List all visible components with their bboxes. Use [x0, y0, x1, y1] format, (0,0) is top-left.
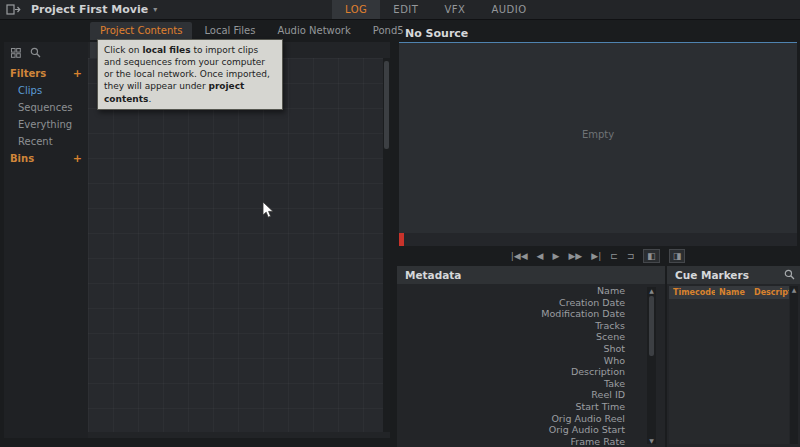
transport-controls: |◀◀ ◀ ▶ ▶▶ ▶| ⊏ ⊐ ◧ ◨ — [399, 246, 797, 266]
source-title: No Source — [405, 27, 468, 40]
mouse-cursor — [262, 201, 274, 223]
add-bin-button[interactable]: + — [73, 154, 82, 164]
metadata-title: Metadata — [405, 269, 461, 281]
metadata-field-label: Orig Audio Reel — [397, 413, 627, 425]
metadata-field-label: Take — [397, 378, 627, 390]
metadata-field-label: Description — [397, 366, 627, 378]
filters-section-label: Filters — [10, 68, 46, 79]
metadata-field-label: Modification Date — [397, 308, 627, 320]
sidebar-item-clips[interactable]: Clips — [4, 82, 88, 99]
bin-scrollbar-thumb[interactable] — [384, 61, 389, 149]
metadata-field-label: Tracks — [397, 320, 627, 332]
metadata-scrollbar[interactable]: ▲ ▼ — [647, 287, 656, 444]
search-icon[interactable] — [30, 47, 41, 58]
exit-icon — [6, 4, 21, 15]
metadata-field-list: Name Creation Date Modification Date Tra… — [397, 285, 627, 447]
tab-local-files[interactable]: Local Files — [194, 22, 265, 40]
bin-scrollbar[interactable] — [383, 58, 390, 432]
metadata-field-label: Who — [397, 355, 627, 367]
project-title: Project First Movie — [31, 3, 148, 16]
cue-column-name[interactable]: Name — [715, 288, 750, 297]
sidebar-item-recent[interactable]: Recent — [4, 133, 88, 150]
metadata-field-label: Reel ID — [397, 389, 627, 401]
tooltip-text: . — [148, 94, 151, 104]
cue-table-header: Timecode Name Description — [669, 286, 789, 299]
fast-forward-icon[interactable]: ▶▶ — [568, 251, 582, 261]
cue-search-icon[interactable] — [784, 269, 795, 280]
metadata-field-label: Orig Audio Start — [397, 424, 627, 436]
app-window: Project First Movie ▾ LOG EDIT VFX AUDIO… — [0, 0, 800, 447]
filter-sidebar: Filters + Clips Sequences Everything Rec… — [4, 42, 88, 438]
tooltip-text: Click on — [104, 45, 142, 55]
scroll-up-icon[interactable]: ▲ — [647, 287, 656, 294]
mark-in-icon[interactable]: ⊏ — [610, 251, 618, 261]
room-tabs: LOG EDIT VFX AUDIO — [332, 0, 540, 19]
metadata-field-label: Scene — [397, 331, 627, 343]
metadata-field-label: Name — [397, 285, 627, 297]
scroll-up-icon[interactable]: ▲ — [790, 286, 798, 293]
viewer-empty-label: Empty — [582, 129, 614, 140]
tile-view-icon[interactable] — [11, 48, 21, 58]
insert-edit-button[interactable]: ◧ — [643, 249, 660, 263]
add-filter-button[interactable]: + — [73, 69, 82, 79]
clip-grid[interactable] — [88, 58, 383, 432]
metadata-scrollbar-thumb[interactable] — [649, 296, 654, 356]
bins-section-header: Bins + — [4, 150, 88, 167]
playhead-marker[interactable] — [399, 233, 404, 246]
mark-out-icon[interactable]: ⊐ — [627, 251, 635, 261]
play-icon[interactable]: ▶ — [552, 251, 559, 261]
content-tabs: Project Contents Local Files Audio Netwo… — [90, 22, 414, 40]
cue-markers-title: Cue Markers — [675, 269, 749, 281]
metadata-field-label: Creation Date — [397, 297, 627, 309]
viewer-timeline-strip[interactable] — [399, 233, 797, 246]
import-hint-tooltip: Click on local files to import clips and… — [97, 39, 283, 110]
goto-start-icon[interactable]: |◀◀ — [511, 251, 528, 261]
metadata-field-label: Frame Rate — [397, 436, 627, 447]
tab-audio[interactable]: AUDIO — [478, 0, 539, 19]
project-menu-caret-icon[interactable]: ▾ — [153, 5, 157, 14]
filters-section-header: Filters + — [4, 65, 88, 82]
replace-edit-button[interactable]: ◨ — [669, 249, 686, 263]
tooltip-bold-local-files: local files — [142, 45, 190, 55]
source-viewer[interactable]: Empty — [399, 43, 797, 233]
sidebar-toolbar — [4, 42, 88, 65]
exit-project-button[interactable] — [6, 4, 21, 15]
metadata-field-label: Start Time — [397, 401, 627, 413]
goto-end-icon[interactable]: ▶| — [591, 251, 601, 261]
cue-column-timecode[interactable]: Timecode — [669, 288, 715, 297]
play-reverse-icon[interactable]: ◀ — [537, 251, 544, 261]
cue-markers-panel: Cue Markers Timecode Name Description ▲ — [667, 266, 800, 447]
metadata-panel-header: Metadata — [397, 266, 665, 284]
cue-scrollbar[interactable]: ▲ — [790, 286, 798, 444]
tab-project-contents[interactable]: Project Contents — [90, 22, 192, 40]
sidebar-item-sequences[interactable]: Sequences — [4, 99, 88, 116]
tab-log[interactable]: LOG — [332, 0, 380, 19]
bins-section-label: Bins — [10, 153, 34, 164]
tab-audio-network[interactable]: Audio Network — [267, 22, 360, 40]
tab-edit[interactable]: EDIT — [380, 0, 431, 19]
tab-vfx[interactable]: VFX — [431, 0, 478, 19]
sidebar-item-everything[interactable]: Everything — [4, 116, 88, 133]
cue-column-description[interactable]: Description — [750, 288, 789, 297]
cue-markers-list[interactable] — [669, 299, 789, 444]
scroll-down-icon[interactable]: ▼ — [647, 437, 656, 444]
metadata-field-label: Shot — [397, 343, 627, 355]
source-viewer-header: No Source — [399, 24, 797, 43]
top-bar: Project First Movie ▾ LOG EDIT VFX AUDIO — [0, 0, 800, 20]
cue-markers-header: Cue Markers — [667, 266, 800, 284]
metadata-panel: Metadata Name Creation Date Modification… — [397, 266, 665, 447]
